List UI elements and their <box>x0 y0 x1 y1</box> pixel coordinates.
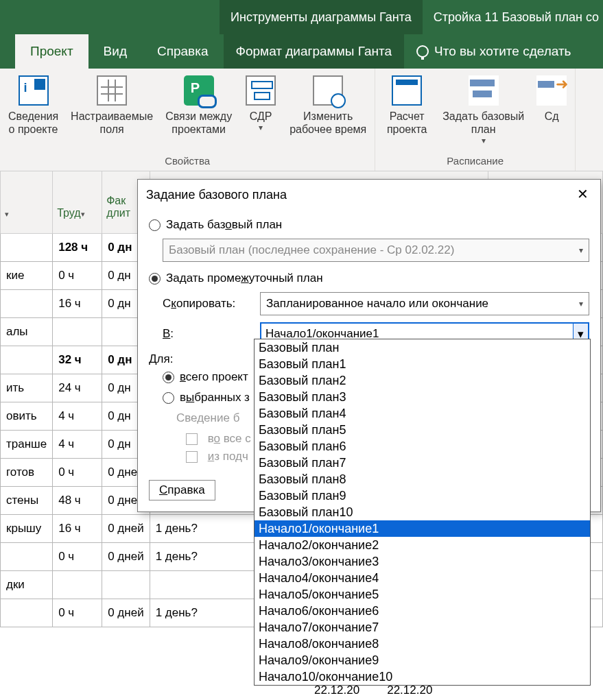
checkbox-all-summary-label: во все с <box>208 432 251 445</box>
contextual-tab-header: Инструменты диаграммы Ганта <box>220 0 423 34</box>
radio-set-baseline[interactable] <box>149 219 161 231</box>
cell[interactable]: ить <box>1 374 53 402</box>
cell[interactable] <box>1 233 53 261</box>
close-button[interactable]: ✕ <box>573 185 592 204</box>
ribbon-group-label-schedule: Расписание <box>379 154 571 169</box>
cell[interactable]: дки <box>1 570 53 599</box>
dropdown-option[interactable]: Начало9/окончание9 <box>255 652 590 668</box>
ribbon: Сведения о проекте Настраиваемые поля Св… <box>0 69 603 171</box>
col-header-work[interactable]: Труд▾ <box>53 171 102 233</box>
radio-selected-tasks[interactable] <box>163 392 174 404</box>
cell[interactable]: 16 ч <box>53 289 102 317</box>
cell[interactable]: 0 дней <box>102 542 150 570</box>
dropdown-option[interactable]: Начало3/окончание3 <box>255 553 590 570</box>
cell[interactable]: стены <box>1 486 53 514</box>
set-baseline-button[interactable]: Задать базовый план ▾ <box>438 73 528 146</box>
cell[interactable]: 24 ч <box>53 374 102 402</box>
radio-selected-tasks-label: выбранных з <box>180 391 250 405</box>
cell[interactable]: 0 ч <box>53 542 102 570</box>
tab-project[interactable]: Проект <box>15 34 88 69</box>
copy-label: Скопировать: <box>163 297 252 311</box>
dropdown-option[interactable]: Начало6/окончание6 <box>255 603 590 619</box>
dropdown-option[interactable]: Начало2/окончание2 <box>255 537 590 553</box>
project-links-button[interactable]: Связи между проектами <box>161 73 236 136</box>
cell[interactable]: 0 дней <box>102 514 150 542</box>
move-project-button[interactable]: Сд <box>532 73 571 136</box>
radio-entire-project[interactable] <box>163 372 174 383</box>
cell[interactable]: 4 ч <box>53 402 102 430</box>
cell[interactable]: 32 ч <box>53 346 102 374</box>
chevron-down-icon: ▾ <box>579 299 583 309</box>
cell[interactable]: 0 дней <box>102 599 150 627</box>
dropdown-option[interactable]: Базовый план10 <box>255 504 590 520</box>
baseline-icon <box>469 75 499 106</box>
into-combo-dropdown[interactable]: Базовый планБазовый план1Базовый план2Ба… <box>254 339 591 686</box>
dropdown-option[interactable]: Базовый план8 <box>255 471 590 487</box>
cell[interactable]: 0 ч <box>53 599 102 627</box>
dropdown-option[interactable]: Базовый план2 <box>255 372 590 389</box>
dropdown-option[interactable]: Начало4/окончание4 <box>255 570 590 586</box>
cell[interactable]: овить <box>1 402 53 430</box>
dropdown-option[interactable]: Базовый план7 <box>255 455 590 471</box>
cell[interactable]: 48 ч <box>53 486 102 514</box>
cell[interactable] <box>1 346 53 374</box>
checkbox-from-sub-label: из подч <box>208 450 248 463</box>
cell[interactable]: 16 ч <box>53 514 102 542</box>
dropdown-option[interactable]: Базовый план <box>255 339 590 356</box>
dropdown-arrow-icon: ▾ <box>5 210 9 218</box>
cell[interactable]: 0 ч <box>53 458 102 486</box>
date-cell: 22.12.20 <box>314 684 359 697</box>
change-working-time-button[interactable]: Изменить рабочее время <box>285 73 370 136</box>
move-project-icon <box>536 75 567 106</box>
cell[interactable]: готов <box>1 458 53 486</box>
cell[interactable] <box>102 570 150 599</box>
col-header-name[interactable]: ▾ <box>1 171 53 233</box>
cell[interactable] <box>1 289 53 317</box>
dialog-title: Задание базового плана <box>146 188 287 202</box>
calculator-icon <box>392 75 422 106</box>
project-info-button[interactable]: Сведения о проекте <box>4 73 62 136</box>
help-button[interactable]: Справка <box>149 480 215 500</box>
dropdown-option[interactable]: Базовый план4 <box>255 405 590 422</box>
custom-fields-button[interactable]: Настраиваемые поля <box>67 73 157 136</box>
cell[interactable]: транше <box>1 430 53 458</box>
tell-me-search[interactable]: Что вы хотите сделать <box>404 34 583 69</box>
titlebar: Инструменты диаграммы Ганта Стройка 11 Б… <box>0 0 603 34</box>
ribbon-group-label-properties: Свойства <box>4 154 370 169</box>
tab-view[interactable]: Вид <box>88 34 142 69</box>
tab-help[interactable]: Справка <box>142 34 224 69</box>
cell[interactable] <box>1 599 53 627</box>
cell[interactable]: алы <box>1 317 53 346</box>
cell[interactable]: 128 ч <box>53 233 102 261</box>
cell[interactable] <box>53 317 102 346</box>
cell[interactable]: крышу <box>1 514 53 542</box>
radio-set-interim[interactable] <box>149 273 161 285</box>
cell[interactable]: кие <box>1 261 53 289</box>
cell[interactable] <box>1 542 53 570</box>
calculate-project-button[interactable]: Расчет проекта <box>379 73 434 136</box>
dropdown-option[interactable]: Начало10/окончание10 <box>255 668 590 685</box>
dropdown-option[interactable]: Начало7/окончание7 <box>255 619 590 636</box>
dropdown-option[interactable]: Базовый план1 <box>255 356 590 372</box>
dropdown-option[interactable]: Базовый план6 <box>255 438 590 455</box>
radio-entire-project-label: всего проект <box>180 370 248 384</box>
tab-gantt-format[interactable]: Формат диаграммы Ганта <box>224 34 405 69</box>
wbs-button[interactable]: СДР ▾ <box>240 73 281 133</box>
dropdown-option[interactable]: Начало8/окончание8 <box>255 636 590 652</box>
cell[interactable] <box>53 570 102 599</box>
grid-icon <box>97 75 127 106</box>
dropdown-option[interactable]: Базовый план5 <box>255 422 590 438</box>
dropdown-option[interactable]: Начало5/окончание5 <box>255 586 590 603</box>
baseline-combo-disabled: Базовый план (последнее сохранение - Ср … <box>163 239 589 262</box>
document-title: Стройка 11 Базовый план со <box>423 10 603 25</box>
lightbulb-icon <box>416 45 429 58</box>
calendar-clock-icon <box>313 75 343 106</box>
checkbox-all-summary <box>186 433 198 445</box>
cell[interactable]: 0 ч <box>53 261 102 289</box>
chevron-down-icon: ▾ <box>579 245 583 255</box>
dropdown-option[interactable]: Базовый план9 <box>255 487 590 504</box>
copy-combo[interactable]: Запланированное начало или окончание ▾ <box>260 292 589 315</box>
dropdown-option[interactable]: Базовый план3 <box>255 389 590 405</box>
dropdown-option[interactable]: Начало1/окончание1 <box>255 520 590 537</box>
cell[interactable]: 4 ч <box>53 430 102 458</box>
